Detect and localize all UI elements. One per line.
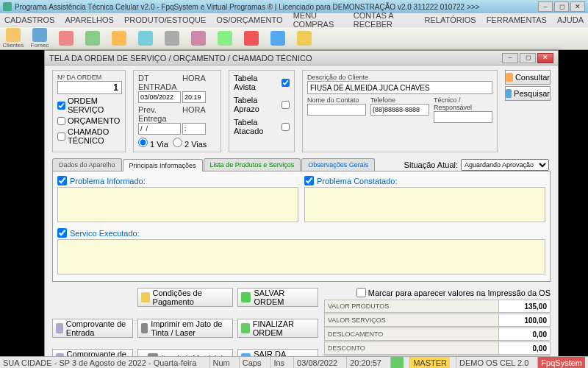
tab-obs[interactable]: Observações Gerais xyxy=(301,158,375,171)
status-label: Situação Atual: xyxy=(404,160,458,169)
chk-informado[interactable] xyxy=(57,176,67,185)
toolbar-t7[interactable] xyxy=(162,28,182,49)
total-row: VALOR PRODUTOS135,00 xyxy=(324,300,551,313)
status-time: 20:20:57 xyxy=(346,357,384,368)
menu-ajuda[interactable]: AJUDA xyxy=(557,15,584,24)
toolbar-t10[interactable] xyxy=(241,28,262,49)
entrada-hora[interactable] xyxy=(182,91,206,103)
menu-os[interactable]: OS/ORÇAMENTO xyxy=(216,15,282,24)
toolbar-t12[interactable] xyxy=(294,28,315,49)
toolbar-clientes[interactable]: Clientes xyxy=(3,28,24,49)
maximize-button[interactable]: ◻ xyxy=(554,1,569,12)
total-row: VALOR SERVIÇOS100,00 xyxy=(324,314,551,327)
toolbar: ClientesFornec xyxy=(0,26,588,50)
constatado-textarea[interactable] xyxy=(304,187,545,222)
tab-principais[interactable]: Principais Informações xyxy=(123,159,203,171)
minimize-button[interactable]: – xyxy=(538,1,553,12)
toolbar-t6[interactable] xyxy=(135,28,156,49)
menu-produto[interactable]: PRODUTO/ESTOQUE xyxy=(124,15,206,24)
t12-icon xyxy=(297,31,312,46)
t11-icon xyxy=(270,31,285,46)
dialog-maximize[interactable]: ◻ xyxy=(520,53,536,63)
chk-avista[interactable] xyxy=(282,79,290,87)
finalizar-button[interactable]: FINALIZAR ORDEM xyxy=(237,319,318,338)
cond-pagamento-button[interactable]: Condições de Pagamento xyxy=(137,288,233,307)
finish-icon xyxy=(241,323,250,333)
find-icon xyxy=(506,89,512,98)
comp-entrada-button[interactable]: Comprovante de Entrada xyxy=(52,319,133,338)
toolbar-fornec[interactable]: Fornec xyxy=(29,28,50,49)
tabs: Dados do Aparelho Principais Informações… xyxy=(52,157,551,171)
radio-2vias[interactable] xyxy=(173,138,182,147)
prev-date[interactable] xyxy=(138,123,181,135)
menu-relatorios[interactable]: RELATÓRIOS xyxy=(425,15,476,24)
menu-ferramentas[interactable]: FERRAMENTAS xyxy=(487,15,547,24)
client-desc-input[interactable] xyxy=(307,81,492,94)
informado-textarea[interactable] xyxy=(57,187,298,222)
status-select[interactable]: Aguardando Aprovação xyxy=(461,159,549,171)
dialog-title: TELA DA ORDEM DE SERVIÇO / ORÇAMENTO / C… xyxy=(49,54,501,63)
tab-dados[interactable]: Dados do Aparelho xyxy=(52,158,122,171)
t6-icon xyxy=(138,31,153,46)
dialog-titlebar: TELA DA ORDEM DE SERVIÇO / ORÇAMENTO / C… xyxy=(45,51,558,66)
t4-icon xyxy=(85,31,100,46)
radio-1via[interactable] xyxy=(138,138,148,147)
order-num-input[interactable] xyxy=(57,81,122,94)
payment-icon xyxy=(141,292,150,302)
chk-os[interactable] xyxy=(57,102,65,110)
menubar: CADASTROS APARELHOS PRODUTO/ESTOQUE OS/O… xyxy=(0,13,588,26)
chk-atacado[interactable] xyxy=(282,123,290,131)
status-db: DEMO OS CEL 2.0 xyxy=(456,357,531,368)
toolbar-t4[interactable] xyxy=(82,28,103,49)
chk-constatado[interactable] xyxy=(304,176,314,185)
impr-jato-button[interactable]: Imprimir em Jato de Tinta / Laser xyxy=(137,319,233,338)
total-row: DESCONTO0,00 xyxy=(324,342,551,355)
contato-input[interactable] xyxy=(307,104,366,116)
menu-compras[interactable]: MENU COMPRAS xyxy=(293,11,343,29)
os-dialog: TELA DA ORDEM DE SERVIÇO / ORÇAMENTO / C… xyxy=(44,50,559,368)
printer-icon xyxy=(141,323,148,333)
status-left: SUA CIDADE - SP 3 de Agosto de 2022 - Qu… xyxy=(3,358,196,367)
app-icon xyxy=(3,2,12,11)
toolbar-t11[interactable] xyxy=(268,28,288,49)
consultar-button[interactable]: Consultar xyxy=(505,70,551,85)
status-caps: Caps xyxy=(239,357,265,368)
order-group: Nº DA ORDEM ORDEM SERVIÇO ORÇAMENTO CHAM… xyxy=(52,70,126,152)
dialog-minimize[interactable]: – xyxy=(502,53,518,63)
close-button[interactable]: ✕ xyxy=(570,1,585,12)
chk-orc[interactable] xyxy=(57,117,65,125)
menu-contas[interactable]: CONTAS A RECEBER xyxy=(354,11,415,29)
toolbar-t8[interactable] xyxy=(188,28,209,49)
menu-aparelhos[interactable]: APARELHOS xyxy=(65,15,113,24)
chk-ct[interactable] xyxy=(57,132,65,141)
executado-textarea[interactable] xyxy=(57,239,545,275)
resp-input[interactable] xyxy=(434,111,492,123)
chk-executado[interactable] xyxy=(57,228,67,238)
chk-aprazo[interactable] xyxy=(282,101,290,109)
prev-hora[interactable] xyxy=(182,123,206,135)
menu-cadastros[interactable]: CADASTROS xyxy=(4,15,54,24)
t8-icon xyxy=(191,31,206,46)
toolbar-t3[interactable] xyxy=(56,28,76,49)
t7-icon xyxy=(165,31,179,46)
dialog-close[interactable]: ✕ xyxy=(537,53,553,63)
t5-icon xyxy=(112,31,126,46)
status-master: MASTER xyxy=(409,357,450,368)
receipt-in-icon xyxy=(56,323,63,333)
t10-icon xyxy=(244,31,259,46)
clientes-icon xyxy=(6,28,21,42)
toolbar-t9[interactable] xyxy=(215,28,235,49)
salvar-button[interactable]: SALVAR ORDEM xyxy=(237,288,318,307)
order-num-label: Nº DA ORDEM xyxy=(57,74,121,81)
chk-marcar[interactable] xyxy=(356,288,366,297)
t9-icon xyxy=(218,31,232,46)
search-icon xyxy=(506,73,513,82)
check-icon xyxy=(241,292,251,302)
tel-input[interactable] xyxy=(370,104,429,116)
tab-lista[interactable]: Lista de Produtos e Serviços xyxy=(204,158,301,171)
total-row: DESLOCAMENTO0,00 xyxy=(324,328,551,341)
pesquisar-button[interactable]: Pesquisar xyxy=(505,86,551,101)
app-title: Programa Assistência Técnica Celular v2.… xyxy=(15,3,538,11)
entrada-date[interactable] xyxy=(138,91,181,103)
toolbar-t5[interactable] xyxy=(109,28,129,49)
